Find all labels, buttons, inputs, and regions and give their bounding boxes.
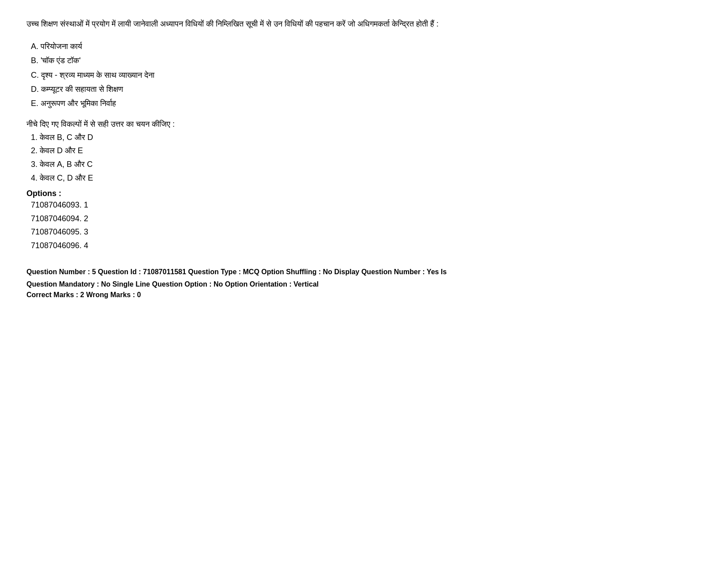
meta-line2: Question Mandatory : No Single Line Ques… [26, 278, 702, 291]
option-d: D. कम्प्यूटर की सहायता से शिक्षण [31, 82, 702, 96]
question-container: उच्च शिक्षण संस्थाओं में प्रयोग में लायी… [26, 18, 702, 299]
meta-section: Question Number : 5 Question Id : 710870… [26, 266, 702, 291]
choice-1: 1. केवल B, C और D [31, 131, 702, 144]
option-data-3: 71087046095. 3 [31, 225, 702, 239]
option-e: E. अनुरूपण और भूमिका निर्वाह [31, 96, 702, 110]
option-a: A. परियोजना कार्य [31, 39, 702, 53]
marks-section: Correct Marks : 2 Wrong Marks : 0 [26, 291, 702, 299]
options-label: Options : [26, 189, 702, 198]
meta-line1: Question Number : 5 Question Id : 710870… [26, 266, 702, 279]
question-intro: उच्च शिक्षण संस्थाओं में प्रयोग में लायी… [26, 18, 702, 30]
option-b: B. 'चॉक एंड टॉक' [31, 53, 702, 68]
option-data-2: 71087046094. 2 [31, 212, 702, 226]
marks-line: Correct Marks : 2 Wrong Marks : 0 [26, 291, 702, 299]
option-c: C. दृश्य - श्रव्य माध्यम के साथ व्याख्या… [31, 68, 702, 82]
select-instruction-text: नीचे दिए गए विकल्पों में से सही उत्तर का… [26, 120, 702, 129]
choice-2: 2. केवल D और E [31, 144, 702, 158]
choice-4: 4. केवल C, D और E [31, 171, 702, 185]
choice-3: 3. केवल A, B और C [31, 158, 702, 171]
options-section: Options : 71087046093. 1 71087046094. 2 … [26, 189, 702, 252]
option-data-4: 71087046096. 4 [31, 239, 702, 253]
options-list: A. परियोजना कार्य B. 'चॉक एंड टॉक' C. दृ… [26, 39, 702, 111]
option-data-1: 71087046093. 1 [31, 198, 702, 212]
select-instruction: नीचे दिए गए विकल्पों में से सही उत्तर का… [26, 120, 702, 185]
